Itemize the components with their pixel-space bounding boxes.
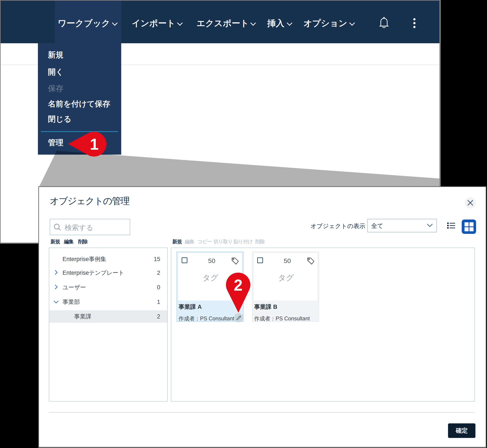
svg-text:2: 2 <box>234 276 242 294</box>
svg-text:1: 1 <box>90 135 98 153</box>
